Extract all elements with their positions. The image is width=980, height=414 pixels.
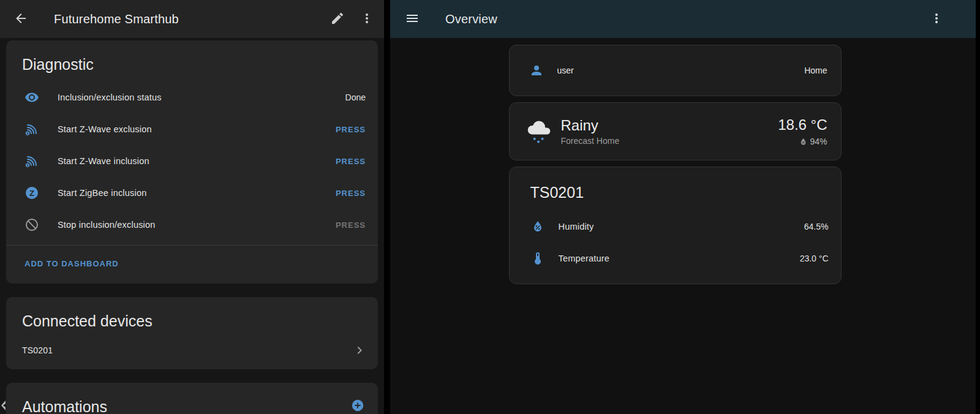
user-location: Home bbox=[804, 66, 827, 75]
entity-row-zwave-exclusion[interactable]: 2 Start Z-Wave exclusion PRESS bbox=[6, 113, 378, 145]
automations-card-header: Automations bbox=[6, 383, 378, 414]
entity-label: Stop inclusion/exclusion bbox=[58, 220, 336, 230]
diagnostic-card: Diagnostic Inclusion/exclusion status Do… bbox=[6, 40, 378, 284]
press-button[interactable]: PRESS bbox=[336, 125, 366, 134]
weather-rainy-icon bbox=[526, 118, 552, 145]
connected-devices-card: Connected devices TS0201 bbox=[6, 297, 378, 369]
user-name: user bbox=[557, 66, 805, 75]
arrow-left-icon bbox=[13, 11, 28, 28]
press-button[interactable]: PRESS bbox=[336, 157, 366, 166]
hamburger-menu-icon bbox=[405, 11, 420, 28]
back-gesture-hint-icon bbox=[0, 401, 6, 410]
humidity-icon bbox=[530, 219, 545, 234]
device-page-title: Futurehome Smarthub bbox=[54, 12, 323, 26]
user-card[interactable]: user Home bbox=[509, 45, 842, 96]
dots-vertical-icon bbox=[929, 11, 944, 28]
weather-humidity: 94% bbox=[799, 137, 827, 146]
ts0201-card: TS0201 Humidity 64.5% Temperature 23.0 °… bbox=[509, 167, 842, 284]
entity-label: Start ZigBee inclusion bbox=[58, 188, 336, 198]
right-overflow-menu-button[interactable] bbox=[922, 4, 951, 34]
entity-row-stop-inclusion[interactable]: Stop inclusion/exclusion PRESS bbox=[6, 209, 378, 241]
press-button-disabled: PRESS bbox=[336, 220, 366, 230]
z-wave-icon: 2 bbox=[24, 122, 39, 137]
left-panel-content: Diagnostic Inclusion/exclusion status Do… bbox=[0, 38, 384, 414]
entity-row-humidity[interactable]: Humidity 64.5% bbox=[510, 211, 841, 243]
pencil-icon bbox=[330, 11, 345, 28]
water-percent-icon bbox=[799, 137, 808, 146]
left-overflow-menu-button[interactable] bbox=[352, 4, 382, 34]
diagnostic-card-footer: ADD TO DASHBOARD bbox=[6, 245, 378, 281]
eye-icon bbox=[24, 90, 39, 105]
thermometer-icon bbox=[530, 251, 545, 266]
weather-right: 18.6 °C 94% bbox=[778, 116, 827, 146]
svg-text:Z: Z bbox=[29, 189, 34, 198]
block-icon bbox=[24, 217, 39, 232]
entity-row-temperature[interactable]: Temperature 23.0 °C bbox=[510, 243, 841, 274]
page-title: Overview bbox=[445, 12, 922, 26]
svg-text:2: 2 bbox=[27, 132, 29, 135]
device-name: TS0201 bbox=[22, 345, 53, 355]
dots-vertical-icon bbox=[360, 11, 374, 28]
z-wave-icon: 2 bbox=[24, 154, 39, 168]
menu-button[interactable] bbox=[398, 4, 427, 34]
right-edge-strip bbox=[976, 0, 980, 414]
weather-subtitle: Forecast Home bbox=[561, 136, 778, 146]
weather-condition: Rainy bbox=[561, 117, 778, 134]
right-appbar: Overview bbox=[390, 0, 976, 38]
entity-label: Humidity bbox=[559, 222, 804, 231]
entity-state: 64.5% bbox=[804, 222, 829, 231]
add-to-dashboard-button[interactable]: ADD TO DASHBOARD bbox=[24, 259, 119, 268]
svg-text:2: 2 bbox=[27, 164, 29, 167]
entity-state: Done bbox=[345, 92, 366, 102]
device-page-panel: Futurehome Smarthub Diagnostic bbox=[0, 0, 384, 414]
panel-divider bbox=[384, 0, 390, 414]
weather-humidity-value: 94% bbox=[810, 137, 827, 146]
press-button[interactable]: PRESS bbox=[336, 189, 366, 198]
back-button[interactable] bbox=[6, 4, 36, 34]
overview-content: user Home Rainy Forecast Home bbox=[390, 38, 976, 414]
entity-row-zwave-inclusion[interactable]: 2 Start Z-Wave inclusion PRESS bbox=[6, 145, 378, 177]
connected-device-item[interactable]: TS0201 bbox=[6, 338, 378, 369]
entity-label: Temperature bbox=[559, 254, 800, 263]
overview-panel: Overview user Home bbox=[390, 0, 976, 414]
add-automation-icon[interactable] bbox=[351, 399, 364, 412]
edit-button[interactable] bbox=[323, 4, 352, 34]
automations-card: Automations bbox=[6, 383, 378, 414]
weather-card[interactable]: Rainy Forecast Home 18.6 °C 94% bbox=[509, 102, 842, 160]
entity-row-inclusion-status[interactable]: Inclusion/exclusion status Done bbox=[6, 81, 378, 113]
app-root: Futurehome Smarthub Diagnostic bbox=[0, 0, 980, 414]
connected-devices-title: Connected devices bbox=[6, 297, 378, 338]
diagnostic-card-title: Diagnostic bbox=[6, 40, 378, 81]
account-icon bbox=[529, 63, 544, 78]
zigbee-icon: Z bbox=[24, 186, 39, 200]
weather-main: Rainy Forecast Home bbox=[561, 117, 778, 146]
entity-state: 23.0 °C bbox=[800, 254, 829, 263]
left-appbar: Futurehome Smarthub bbox=[0, 0, 384, 38]
entity-label: Inclusion/exclusion status bbox=[58, 92, 345, 102]
entity-row-zigbee-inclusion[interactable]: Z Start ZigBee inclusion PRESS bbox=[6, 177, 378, 209]
automations-title: Automations bbox=[6, 383, 122, 414]
weather-temperature: 18.6 °C bbox=[778, 116, 827, 134]
entity-label: Start Z-Wave inclusion bbox=[58, 156, 336, 166]
entity-label: Start Z-Wave exclusion bbox=[58, 124, 336, 134]
ts0201-card-title: TS0201 bbox=[510, 167, 841, 211]
chevron-right-icon bbox=[352, 343, 367, 358]
